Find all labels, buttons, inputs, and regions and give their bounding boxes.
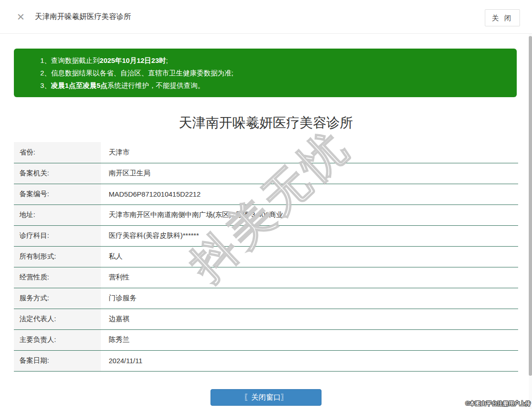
row-label: 服务方式: xyxy=(14,288,101,309)
notice-line-2-text: 2、信息数据结果以各省、自治区、直辖市卫生健康委数据为准; xyxy=(40,69,234,77)
close-button[interactable]: 关 闭 xyxy=(485,9,520,26)
table-row-filing-number: 备案编号: MAD5D6P8712010415D2212 xyxy=(14,184,518,204)
table-row-service-mode: 服务方式: 门诊服务 xyxy=(14,288,518,309)
notice-line-1-post: ; xyxy=(166,56,168,64)
notice-line-1: 1、查询数据截止到2025年10月12日23时; xyxy=(40,54,507,67)
table-row-address: 地址: 天津市南开区中南道南侧中南广场(东区)2号楼-3-406商业 xyxy=(14,204,518,225)
row-value: 私人 xyxy=(101,246,518,267)
table-row-province: 省份: 天津市 xyxy=(14,142,518,163)
row-label: 省份: xyxy=(14,142,101,163)
row-label: 备案日期: xyxy=(14,350,101,371)
row-value: 门诊服务 xyxy=(101,288,518,309)
notice-line-3: 3、凌晨1点至凌晨5点系统进行维护，不能提供查询。 xyxy=(40,79,507,92)
row-label: 主要负责人: xyxy=(14,329,101,350)
row-label: 地址: xyxy=(14,204,101,225)
row-value: 营利性 xyxy=(101,267,518,288)
close-window-button[interactable]: 〖关闭窗口〗 xyxy=(210,389,322,406)
notice-line-1-bold: 2025年10月12日23时 xyxy=(99,56,166,64)
notice-box: 1、查询数据截止到2025年10月12日23时; 2、信息数据结果以各省、自治区… xyxy=(14,49,517,97)
notice-line-3-post: 系统进行维护，不能提供查询。 xyxy=(107,81,204,89)
footer: 〖关闭窗口〗 xyxy=(0,389,532,406)
table-row-diagnosis-subjects: 诊疗科目: 医疗美容科(美容皮肤科)****** xyxy=(14,225,518,246)
record-title: 天津南开哚羲妍医疗美容诊所 xyxy=(0,114,532,132)
notice-line-2: 2、信息数据结果以各省、自治区、直辖市卫生健康委数据为准; xyxy=(40,67,507,79)
row-value: 陈秀兰 xyxy=(101,329,518,350)
row-value: 医疗美容科(美容皮肤科)****** xyxy=(101,225,518,246)
row-value: 南开区卫生局 xyxy=(101,163,518,184)
dialog-title: 天津南开哚羲妍医疗美容诊所 xyxy=(35,12,131,22)
table-row-ownership: 所有制形式: 私人 xyxy=(14,246,518,267)
record-info-table: 省份: 天津市 备案机关: 南开区卫生局 备案编号: MAD5D6P871201… xyxy=(14,142,518,372)
notice-line-3-text: 3、 xyxy=(40,81,51,89)
table-row-filing-authority: 备案机关: 南开区卫生局 xyxy=(14,163,518,184)
scrollbar-thumb[interactable] xyxy=(529,36,532,376)
row-value: 天津市南开区中南道南侧中南广场(东区)2号楼-3-406商业 xyxy=(101,204,518,225)
table-row-business-nature: 经营性质: 营利性 xyxy=(14,267,518,288)
row-label: 经营性质: xyxy=(14,267,101,288)
notice-line-3-bold: 凌晨1点至凌晨5点 xyxy=(51,81,107,89)
table-row-legal-representative: 法定代表人: 边嘉祺 xyxy=(14,309,518,329)
row-value: 边嘉祺 xyxy=(101,309,518,329)
row-label: 所有制形式: xyxy=(14,246,101,267)
notice-line-1-text: 1、查询数据截止到 xyxy=(40,56,99,64)
row-value: MAD5D6P8712010415D2212 xyxy=(101,184,518,204)
table-row-filing-date: 备案日期: 2024/11/11 xyxy=(14,350,518,371)
table-row-principal: 主要负责人: 陈秀兰 xyxy=(14,329,518,350)
row-value: 2024/11/11 xyxy=(101,350,518,371)
row-label: 备案编号: xyxy=(14,184,101,204)
row-label: 诊疗科目: xyxy=(14,225,101,246)
close-x-icon[interactable]: ✕ xyxy=(17,12,25,22)
row-label: 备案机关: xyxy=(14,163,101,184)
row-label: 法定代表人: xyxy=(14,309,101,329)
dialog-header: ✕ 天津南开哚羲妍医疗美容诊所 关 闭 xyxy=(0,0,532,34)
row-value: 天津市 xyxy=(101,142,518,163)
corner-watermark: ©本图由平台注册用户上传 xyxy=(465,400,531,408)
